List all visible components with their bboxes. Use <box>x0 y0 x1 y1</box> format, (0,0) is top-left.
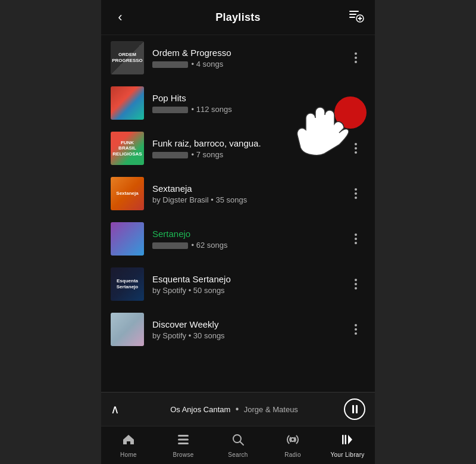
now-playing-bar[interactable]: ∧ Os Anjos Cantam • Jorge & Mateus <box>101 392 375 426</box>
svg-rect-2 <box>349 17 355 18</box>
playlist-more-button-discover[interactable] <box>346 319 365 340</box>
home-icon <box>121 432 136 449</box>
redacted-author-funk <box>152 152 188 158</box>
svg-point-11 <box>291 438 295 441</box>
playlist-info-discover: Discover Weeklyby Spotify • 30 songs <box>152 319 346 340</box>
more-dot-sextaneja-1 <box>355 192 357 195</box>
playlist-item-discover[interactable]: Discover Weeklyby Spotify • 30 songs <box>101 307 375 352</box>
svg-rect-1 <box>349 14 356 15</box>
more-dot-pop-1 <box>355 102 357 104</box>
redacted-author-sertanejo <box>152 242 188 249</box>
now-playing-separator: • <box>236 404 239 414</box>
bottom-nav: Home Browse Search <box>101 426 375 464</box>
playlist-thumb-sertanejo <box>111 222 144 256</box>
playlist-name-ordem: Ordem & Progresso <box>152 48 346 58</box>
playlist-item-sextaneja[interactable]: SextanejaSextanejaby Digster Brasil • 35… <box>101 171 375 216</box>
radio-icon <box>286 432 300 449</box>
playlist-info-sextaneja: Sextanejaby Digster Brasil • 35 songs <box>152 183 346 204</box>
more-dot-ordem-2 <box>355 61 357 63</box>
browse-icon <box>176 432 190 449</box>
now-playing-track: Os Anjos Cantam <box>170 405 230 414</box>
playlist-more-button-ordem[interactable] <box>346 48 365 68</box>
svg-rect-6 <box>178 435 189 437</box>
nav-radio[interactable]: Radio <box>265 426 320 464</box>
playlist-thumb-pop <box>111 86 144 120</box>
playlist-meta-esquenta: by Spotify • 50 songs <box>152 286 346 295</box>
nav-browse-label: Browse <box>173 451 193 458</box>
back-button[interactable]: ‹ <box>111 10 130 25</box>
svg-rect-12 <box>342 435 344 444</box>
playlist-more-button-sertanejo[interactable] <box>346 229 365 249</box>
playlist-meta-sertanejo: • 62 songs <box>152 241 346 250</box>
playlist-thumb-esquenta: Esquenta Sertanejo <box>111 267 144 301</box>
playlist-thumb-ordem: ORDEM PROGRESSO <box>111 41 144 74</box>
playlist-thumb-funk: FUNK BRASIL RELIGIOSAS <box>111 132 144 165</box>
expand-player-icon[interactable]: ∧ <box>111 402 120 416</box>
nav-browse[interactable]: Browse <box>156 426 211 464</box>
more-dot-esquenta-0 <box>355 279 357 281</box>
more-dot-sertanejo-2 <box>355 242 357 244</box>
nav-library[interactable]: Your Library <box>320 426 375 464</box>
redacted-author-ordem <box>152 61 188 68</box>
more-dot-ordem-1 <box>355 57 357 59</box>
more-dot-funk-2 <box>355 151 357 154</box>
more-dot-funk-1 <box>355 147 357 150</box>
pause-button[interactable] <box>344 398 365 420</box>
playlist-item-funk[interactable]: FUNK BRASIL RELIGIOSASFunk raiz, barroco… <box>101 126 375 171</box>
now-playing-artist: Jorge & Mateus <box>244 405 298 414</box>
library-icon <box>340 432 355 449</box>
more-dot-ordem-0 <box>355 52 357 55</box>
playlist-name-sextaneja: Sextaneja <box>152 183 346 194</box>
playlist-thumb-discover <box>111 313 144 346</box>
playlist-more-button-esquenta[interactable] <box>346 274 365 294</box>
svg-rect-5 <box>358 18 362 19</box>
header: ‹ Playlists <box>101 0 375 35</box>
pause-icon <box>352 405 358 413</box>
background-right <box>372 0 476 464</box>
playlist-item-pop[interactable]: Pop Hits • 112 songs <box>101 80 375 126</box>
now-playing-info: Os Anjos Cantam • Jorge & Mateus <box>124 404 344 415</box>
playlist-more-button-pop[interactable] <box>346 93 365 113</box>
more-dot-discover-0 <box>355 324 357 326</box>
svg-rect-7 <box>178 439 189 441</box>
playlist-meta-funk: • 7 songs <box>152 150 346 159</box>
playlist-list: ORDEM PROGRESSOOrdem & Progresso • 4 son… <box>101 35 375 392</box>
more-dot-pop-2 <box>355 106 357 108</box>
more-dot-sertanejo-1 <box>355 238 357 240</box>
nav-radio-label: Radio <box>284 451 301 458</box>
nav-search[interactable]: Search <box>211 426 265 464</box>
more-dot-funk-0 <box>355 143 357 145</box>
playlist-name-funk: Funk raiz, barroco, vangua. <box>152 138 346 148</box>
playlist-meta-discover: by Spotify • 30 songs <box>152 331 346 340</box>
playlist-item-sertanejo[interactable]: Sertanejo • 62 songs <box>101 216 375 261</box>
svg-rect-0 <box>349 11 359 12</box>
playlist-name-discover: Discover Weekly <box>152 319 346 329</box>
playlist-info-sertanejo: Sertanejo • 62 songs <box>152 229 346 250</box>
playlist-more-button-sextaneja[interactable] <box>346 183 365 204</box>
pause-bar-left <box>352 405 354 413</box>
playlist-more-button-funk[interactable] <box>346 138 365 158</box>
phone-panel: ‹ Playlists ORDEM PROGRESSOOrdem & Progr… <box>101 0 375 464</box>
nav-home[interactable]: Home <box>101 426 156 464</box>
nav-library-label: Your Library <box>330 451 364 458</box>
add-playlist-button[interactable] <box>346 7 365 27</box>
nav-home-label: Home <box>120 451 137 458</box>
svg-line-10 <box>240 442 244 446</box>
playlist-info-pop: Pop Hits • 112 songs <box>152 93 346 114</box>
playlist-info-esquenta: Esquenta Sertanejoby Spotify • 50 songs <box>152 274 346 295</box>
playlist-meta-sextaneja: by Digster Brasil • 35 songs <box>152 195 346 204</box>
page-title: Playlists <box>215 11 261 24</box>
redacted-author-pop <box>152 107 188 113</box>
more-dot-esquenta-2 <box>355 287 357 289</box>
more-dot-sertanejo-0 <box>355 233 357 236</box>
playlist-item-esquenta[interactable]: Esquenta SertanejoEsquenta Sertanejoby S… <box>101 261 375 307</box>
svg-rect-8 <box>178 443 189 444</box>
playlist-name-esquenta: Esquenta Sertanejo <box>152 274 346 284</box>
playlist-thumb-sextaneja: Sextaneja <box>111 177 144 210</box>
playlist-info-funk: Funk raiz, barroco, vangua. • 7 songs <box>152 138 346 159</box>
playlist-meta-ordem: • 4 songs <box>152 60 346 68</box>
more-dot-sextaneja-2 <box>355 197 357 199</box>
more-dot-sextaneja-0 <box>355 188 357 191</box>
playlist-item-ordem[interactable]: ORDEM PROGRESSOOrdem & Progresso • 4 son… <box>101 35 375 80</box>
playlist-name-pop: Pop Hits <box>152 93 346 103</box>
